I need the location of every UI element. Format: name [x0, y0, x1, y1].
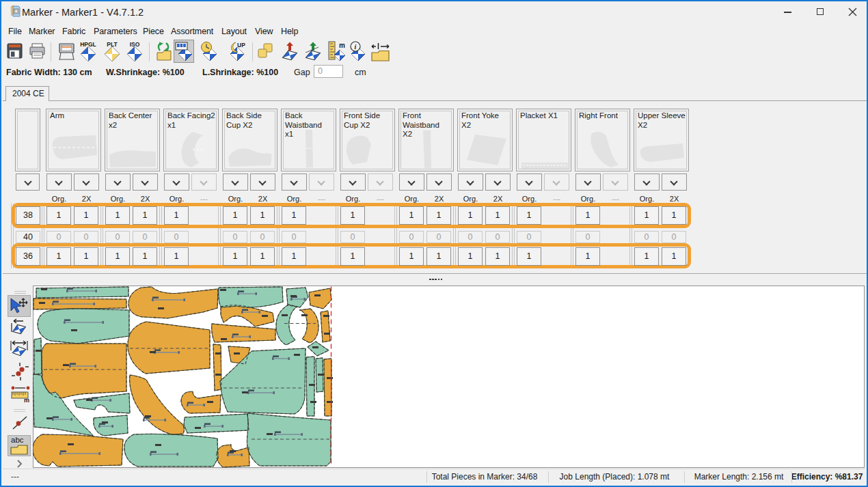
- svg-text:m: m: [24, 397, 29, 403]
- svg-text:UP: UP: [237, 42, 245, 48]
- svg-text:i: i: [355, 43, 357, 51]
- svg-text:m: m: [339, 42, 345, 49]
